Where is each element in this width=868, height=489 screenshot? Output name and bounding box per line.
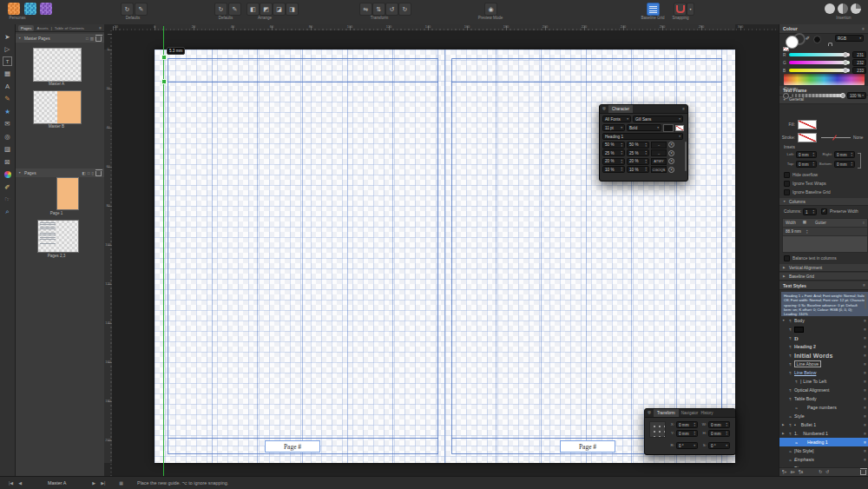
guide-handle[interactable]: [161, 79, 167, 84]
opacity-value-select[interactable]: 100 %: [847, 92, 866, 99]
style-row-line-above[interactable]: Line Above: [779, 360, 868, 368]
pages-header[interactable]: Pages ◧ □ ▯: [16, 169, 104, 177]
columns-section-header[interactable]: Columns: [779, 198, 868, 206]
colour-wheel-tool[interactable]: [3, 169, 13, 180]
snapping-dropdown-icon[interactable]: ▾: [687, 3, 694, 16]
scale-field-2[interactable]: 10 %: [627, 166, 649, 173]
style-row-style[interactable]: Style: [779, 412, 868, 420]
designer-persona-icon[interactable]: [24, 3, 36, 15]
pages-2-3-thumbnail[interactable]: [37, 220, 79, 253]
font-family-select[interactable]: Gill Sans: [633, 116, 683, 122]
fill-swatch[interactable]: [798, 120, 817, 129]
page-right[interactable]: Page #: [445, 50, 735, 463]
duplicate-master-icon[interactable]: ▥: [90, 36, 94, 41]
colour-panel-header[interactable]: Colour: [779, 24, 868, 34]
move-tool[interactable]: ➤: [3, 31, 13, 42]
hide-overflow-checkbox[interactable]: [784, 172, 790, 178]
colour-picker-tool[interactable]: ✐: [3, 182, 13, 192]
node-tool[interactable]: ▷: [3, 44, 13, 55]
font-style-select[interactable]: Bold: [627, 124, 661, 131]
style-row-heading-1[interactable]: Heading 1: [779, 438, 868, 446]
style-menu-icon[interactable]: [864, 397, 866, 401]
collapse-icon[interactable]: [783, 200, 787, 203]
add-master-icon[interactable]: □: [86, 36, 89, 41]
style-row-numbered-1[interactable]: 1. Numbered 1: [779, 429, 868, 438]
sync-defaults-2-button[interactable]: ↻: [214, 3, 227, 16]
history-panel-tab[interactable]: History: [700, 411, 713, 415]
envelope-tool[interactable]: ✉: [3, 119, 13, 129]
transform-panel-tab[interactable]: Transform: [654, 409, 679, 417]
panel-menu-icon[interactable]: [862, 27, 865, 31]
edit-defaults-2-button[interactable]: ✎: [228, 3, 241, 16]
publisher-persona-icon[interactable]: [8, 3, 20, 15]
hide-overflow-row[interactable]: Hide overflow: [784, 172, 818, 178]
detach-style-icon[interactable]: ↺: [825, 470, 829, 474]
style-menu-icon[interactable]: [864, 362, 866, 367]
scale-field-2[interactable]: 20 %: [627, 158, 649, 165]
insert-page-icon[interactable]: □: [88, 171, 90, 175]
expand-icon[interactable]: [783, 266, 787, 269]
style-menu-icon[interactable]: [864, 423, 866, 427]
scale-field-1[interactable]: 20 %: [602, 158, 625, 165]
new-paragraph-style-icon[interactable]: ¶+: [782, 470, 786, 474]
style-menu-icon[interactable]: [864, 319, 866, 323]
zoom-tool[interactable]: ⌕: [3, 207, 13, 217]
balance-text-checkbox[interactable]: [784, 255, 790, 261]
ignore-wraps-row[interactable]: Ignore Text Wraps: [784, 181, 826, 187]
character-panel-tab[interactable]: Character: [608, 105, 633, 113]
photo-persona-icon[interactable]: [40, 3, 52, 15]
text-stroke-none-swatch[interactable]: [675, 125, 684, 131]
inset-left-field[interactable]: 0 mm: [796, 151, 817, 158]
scale-field-2[interactable]: 50 %: [627, 142, 649, 149]
style-row-table-body[interactable]: Table Body: [779, 394, 868, 403]
collapse-icon[interactable]: [18, 36, 23, 40]
page-number-frame[interactable]: Page #: [560, 440, 615, 453]
flip-horizontal-button[interactable]: ⇋: [359, 3, 372, 16]
style-menu-icon[interactable]: [864, 345, 866, 349]
rotation-field[interactable]: 0 °: [676, 442, 698, 449]
blue-slider[interactable]: [789, 69, 850, 72]
transform-panel-titlebar[interactable]: ◎ Transform Navigator History: [645, 409, 735, 418]
colour-spectrum[interactable]: [784, 74, 865, 85]
delete-master-icon[interactable]: [95, 36, 102, 42]
y-field[interactable]: 0 mm: [676, 430, 698, 437]
style-row-emphasis[interactable]: Emphasis: [779, 455, 868, 464]
style-menu-icon[interactable]: [864, 440, 866, 445]
move-forward-button[interactable]: ◩: [260, 3, 273, 16]
vertical-guide[interactable]: [163, 26, 164, 476]
x-field[interactable]: 0 mm: [676, 421, 698, 428]
picture-frame-tool[interactable]: ▨: [3, 144, 13, 155]
style-row-initial-words[interactable]: Initial Words: [779, 351, 868, 360]
style-menu-icon[interactable]: [864, 388, 866, 393]
character-panel-titlebar[interactable]: ◎ Character: [600, 105, 687, 114]
view-hand-tool[interactable]: ☞: [3, 195, 13, 205]
collapse-icon[interactable]: [782, 319, 786, 322]
remove-row-icon[interactable]: [668, 142, 674, 148]
opacity-slider[interactable]: [792, 94, 845, 97]
panel-menu-icon[interactable]: [682, 107, 685, 111]
preserve-width-checkbox[interactable]: ✓: [821, 208, 827, 215]
crop-frame-tool[interactable]: ⊠: [3, 156, 13, 167]
inset-bottom-field[interactable]: 0 mm: [834, 161, 855, 168]
link-insets-icon[interactable]: [858, 153, 861, 169]
style-menu-icon[interactable]: [864, 336, 866, 340]
style-menu-icon[interactable]: [864, 414, 866, 419]
page-1-thumbnail[interactable]: [56, 177, 79, 210]
remove-row-icon[interactable]: [668, 158, 674, 164]
style-menu-icon[interactable]: [864, 458, 866, 462]
panel-menu-icon[interactable]: [99, 26, 102, 30]
panel-menu-icon[interactable]: [863, 283, 865, 287]
insertion-inline-button[interactable]: [851, 3, 861, 14]
style-row-optical-alignment[interactable]: Optical Alignment: [779, 386, 868, 394]
w-field[interactable]: 0 mm: [708, 421, 730, 428]
vertical-alignment-header[interactable]: Vertical Alignment: [779, 264, 868, 272]
column-width-value[interactable]: 88.9 mm: [786, 229, 801, 234]
baseline-grid-header[interactable]: Baseline Grid: [779, 273, 868, 281]
master-a-thumbnail[interactable]: [33, 48, 82, 82]
move-backward-button[interactable]: ◪: [273, 3, 286, 16]
page-left[interactable]: Page #: [155, 50, 444, 463]
style-menu-icon[interactable]: [864, 449, 866, 453]
stepper-icon[interactable]: [806, 229, 808, 234]
description-scrollbar[interactable]: [865, 294, 866, 309]
style-menu-icon[interactable]: [864, 406, 866, 410]
